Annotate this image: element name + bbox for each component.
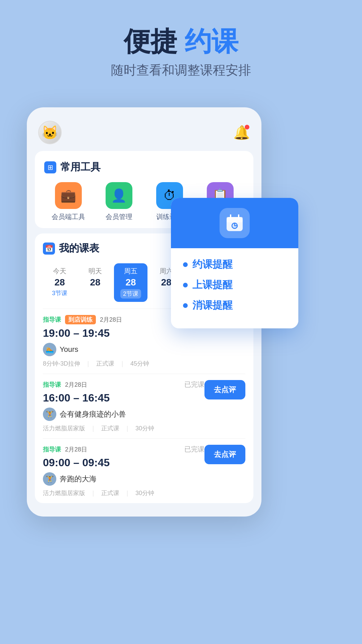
detail-text-0b: 正式课 — [96, 360, 114, 367]
lesson-type-1: 指导课 — [43, 381, 61, 389]
day-friday[interactable]: 周五 28 2节课 — [114, 263, 147, 302]
day-tomorrow[interactable]: 明天 28 — [78, 263, 112, 302]
tools-section-icon: ⊞ — [44, 161, 56, 173]
lesson-type-2: 指导课 — [43, 445, 61, 453]
popup-text-2: 消课提醒 — [192, 299, 233, 312]
detail-text-2c: 30分钟 — [135, 490, 154, 496]
popup-text-0: 约课提醒 — [192, 258, 233, 271]
detail-text-1a: 活力燃脂居家版 — [43, 425, 85, 432]
lesson-detail-2: 活力燃脂居家版 ｜ 正式课 ｜ 30分钟 — [43, 489, 204, 497]
lesson-meta-1: 指导课 2月28日 已完课 — [43, 380, 204, 389]
title-highlight: 约课 — [185, 26, 238, 56]
trainer-name-1: 会有健身痕迹的小兽 — [60, 409, 126, 419]
header-title: 便捷 约课 — [0, 27, 362, 56]
trainer-avatar-2: 🏋 — [43, 472, 56, 486]
popup-icon — [220, 208, 250, 238]
day-lessons-0: 3节课 — [52, 289, 67, 297]
detail-text-2a: 活力燃脂居家版 — [43, 490, 85, 496]
day-lessons-2: 2节课 — [120, 289, 141, 299]
lesson-date-1: 2月28日 — [65, 381, 87, 389]
lesson-subtag-0: 到店训练 — [65, 315, 96, 324]
popup-card: 约课提醒 上课提醒 消课提醒 — [171, 198, 298, 328]
lesson-trainer-0: 🏊 Yours — [43, 343, 245, 356]
sep-2a: ｜ — [90, 490, 96, 496]
header-subtitle: 随时查看和调整课程安排 — [0, 62, 362, 79]
lesson-status-2: 已完课 — [184, 445, 204, 454]
popup-dot-2 — [183, 303, 188, 308]
lesson-content-2: 指导课 2月28日 已完课 09:00 – 09:45 🏋 奔跑的大海 活力燃脂… — [43, 445, 204, 497]
tool-label-0: 会员端工具 — [52, 212, 85, 221]
trainer-name-2: 奔跑的大海 — [60, 474, 97, 484]
popup-item-2: 消课提醒 — [183, 299, 286, 312]
day-num-0: 28 — [54, 277, 65, 288]
day-name-1: 明天 — [88, 267, 102, 276]
phone-topbar: 🐱 🔔 — [35, 117, 253, 151]
popup-item-0: 约课提醒 — [183, 258, 286, 271]
lesson-trainer-2: 🏋 奔跑的大海 — [43, 472, 204, 486]
header: 便捷 约课 随时查看和调整课程安排 — [0, 0, 362, 92]
schedule-section-icon: 📅 — [43, 243, 55, 255]
lesson-detail-0: 8分钟-3D拉伸 ｜ 正式课 ｜ 45分钟 — [43, 360, 245, 368]
lesson-row-2: 指导课 2月28日 已完课 09:00 – 09:45 🏋 奔跑的大海 活力燃脂… — [43, 445, 245, 497]
detail-text-0a: 8分钟-3D拉伸 — [43, 360, 80, 367]
lesson-detail-1: 活力燃脂居家版 ｜ 正式课 ｜ 30分钟 — [43, 424, 204, 432]
day-today[interactable]: 今天 28 3节课 — [43, 263, 76, 302]
day-name-0: 今天 — [53, 267, 66, 276]
day-num-2: 28 — [125, 277, 136, 288]
day-num-3: 28 — [161, 277, 171, 288]
sep-0a: ｜ — [85, 360, 91, 367]
lesson-content-1: 指导课 2月28日 已完课 16:00 – 16:45 🏋 会有健身痕迹的小兽 … — [43, 380, 204, 432]
popup-body: 约课提醒 上课提醒 消课提醒 — [171, 248, 298, 328]
lesson-time-1: 16:00 – 16:45 — [43, 392, 204, 404]
lesson-type-0: 指导课 — [43, 316, 61, 324]
lesson-row-1: 指导课 2月28日 已完课 16:00 – 16:45 🏋 会有健身痕迹的小兽 … — [43, 380, 245, 432]
sep-1a: ｜ — [90, 425, 96, 432]
trainer-name-0: Yours — [60, 345, 78, 354]
sep-1b: ｜ — [124, 425, 130, 432]
detail-text-0c: 45分钟 — [130, 360, 149, 367]
avatar: 🐱 — [38, 121, 62, 144]
schedule-section-title: 我的课表 — [59, 241, 99, 255]
day-num-1: 28 — [90, 277, 100, 288]
title-static: 便捷 — [124, 26, 177, 56]
svg-rect-1 — [227, 217, 243, 222]
lesson-status-1: 已完课 — [184, 380, 204, 389]
lesson-date-2: 2月28日 — [65, 445, 87, 453]
notification-bell[interactable]: 🔔 — [233, 124, 250, 141]
popup-header — [171, 198, 298, 248]
tool-icon-member-manage: 👤 — [106, 182, 132, 209]
tools-section-title: 常用工具 — [60, 160, 101, 174]
tool-item-1[interactable]: 👤 会员管理 — [95, 182, 143, 221]
detail-text-1b: 正式课 — [101, 425, 119, 432]
review-button-2[interactable]: 去点评 — [204, 445, 245, 464]
sep-2b: ｜ — [124, 490, 130, 496]
lesson-item-2: 指导课 2月28日 已完课 09:00 – 09:45 🏋 奔跑的大海 活力燃脂… — [43, 438, 245, 503]
sep-0b: ｜ — [119, 360, 125, 367]
popup-dot-1 — [183, 283, 188, 287]
lesson-trainer-1: 🏋 会有健身痕迹的小兽 — [43, 408, 204, 421]
trainer-avatar-1: 🏋 — [43, 408, 56, 421]
detail-text-1c: 30分钟 — [135, 425, 154, 432]
review-button-1[interactable]: 去点评 — [204, 380, 245, 399]
bell-badge — [245, 125, 249, 129]
tool-label-1: 会员管理 — [106, 212, 132, 221]
tools-section-header: ⊞ 常用工具 — [44, 160, 244, 174]
trainer-avatar-0: 🏊 — [43, 343, 56, 356]
detail-text-2b: 正式课 — [101, 490, 119, 496]
popup-dot-0 — [183, 262, 188, 267]
tool-item-0[interactable]: 💼 会员端工具 — [44, 182, 92, 221]
lesson-meta-2: 指导课 2月28日 已完课 — [43, 445, 204, 454]
popup-item-1: 上课提醒 — [183, 278, 286, 292]
lesson-date-0: 2月28日 — [100, 316, 122, 324]
lesson-time-0: 19:00 – 19:45 — [43, 327, 245, 339]
tool-icon-member-tools: 💼 — [55, 182, 82, 209]
lesson-item-1: 指导课 2月28日 已完课 16:00 – 16:45 🏋 会有健身痕迹的小兽 … — [43, 374, 245, 438]
popup-text-1: 上课提醒 — [192, 278, 233, 292]
lesson-time-2: 09:00 – 09:45 — [43, 457, 204, 469]
day-name-2: 周五 — [124, 267, 137, 276]
